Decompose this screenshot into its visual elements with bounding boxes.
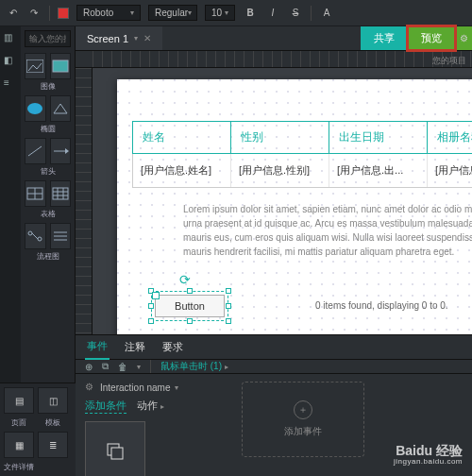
- rail-screens-icon[interactable]: ▥: [4, 32, 17, 45]
- interaction-name[interactable]: Interaction name: [100, 382, 171, 393]
- preview-settings-icon[interactable]: ⚙: [455, 26, 472, 50]
- templates-label: 模板: [38, 417, 68, 428]
- redo-icon[interactable]: ↷: [26, 6, 42, 21]
- list-label: [38, 462, 68, 472]
- svg-rect-22: [111, 448, 123, 459]
- tab-reqs[interactable]: 要求: [160, 335, 185, 359]
- lorem-text[interactable]: Lorem ipsum dolor sit amet, sapien etiam…: [183, 202, 472, 259]
- items-found-text: 0 items found, displaying 0 to 0.: [315, 300, 448, 311]
- shape-image[interactable]: [25, 53, 46, 79]
- bottom-tabs: 事件 注释 要求: [76, 335, 472, 360]
- share-button[interactable]: 共享: [361, 26, 408, 50]
- shape-label: 表格: [25, 209, 71, 219]
- search-input[interactable]: [25, 30, 71, 47]
- bold-button[interactable]: B: [243, 6, 258, 21]
- th-name[interactable]: 姓名: [133, 122, 231, 153]
- gear-icon[interactable]: ⚙: [85, 382, 96, 393]
- shape-ellipse[interactable]: [25, 95, 46, 122]
- divider: [311, 6, 312, 21]
- pages-label: 页面: [4, 417, 34, 428]
- add-event-dropzone[interactable]: ＋ 添加事件: [242, 382, 364, 457]
- font-size-value: 10: [211, 8, 222, 18]
- svg-point-15: [28, 231, 32, 235]
- strike-button[interactable]: S: [288, 6, 303, 21]
- th-album[interactable]: 相册名称: [428, 122, 472, 153]
- preview-button[interactable]: 预览: [408, 26, 455, 50]
- svg-line-4: [28, 146, 42, 156]
- stack-icon: [105, 441, 126, 462]
- shape-triangle[interactable]: [50, 95, 72, 122]
- table-header: 姓名 性别 出生日期 相册名称: [132, 121, 472, 154]
- action-card[interactable]: [85, 421, 145, 476]
- divider: [49, 6, 50, 21]
- pages-icon[interactable]: ▤: [4, 387, 34, 414]
- tab-notes[interactable]: 注释: [123, 335, 147, 359]
- more-icon[interactable]: ▾: [137, 363, 141, 371]
- td-birth[interactable]: [用户信息.出...: [329, 154, 428, 187]
- svg-rect-1: [53, 60, 68, 72]
- font-family-value: Roboto: [83, 8, 113, 18]
- svg-marker-6: [65, 148, 69, 154]
- shape-label: 流程图: [25, 251, 71, 262]
- ruler-vertical[interactable]: [76, 68, 93, 334]
- left-bottom-panel: ▤ ◫ 页面 模板 ▦ ≣ 文件详情: [0, 382, 76, 476]
- shape-grid[interactable]: [50, 180, 72, 207]
- font-size-select[interactable]: 10▾: [205, 5, 235, 21]
- canvas[interactable]: 姓名 性别 出生日期 相册名称 [用户信息.姓名] [用户信息.性别] [用户信…: [93, 68, 472, 334]
- td-album[interactable]: [用户信息: [428, 154, 472, 187]
- undo-icon[interactable]: ↶: [6, 6, 21, 21]
- trigger-label[interactable]: 鼠标单击时 (1) ▸: [160, 360, 228, 373]
- color-swatch[interactable]: [58, 8, 69, 19]
- top-toolbar: ↶ ↷ Roboto▾ Regular▾ 10▾ B I S A: [0, 0, 472, 26]
- th-birth[interactable]: 出生日期: [329, 122, 428, 153]
- tab-menu-icon[interactable]: ▾: [134, 34, 138, 42]
- bottom-panel: 事件 注释 要求 ⊕ ⧉ 🗑 ▾ 鼠标单击时 (1) ▸ ⚙ Interacti…: [76, 334, 472, 476]
- left-sidebar: ▥ ◧ ≡ 图像 椭圆: [0, 26, 76, 476]
- refresh-icon[interactable]: ⟳: [179, 272, 191, 287]
- font-weight-select[interactable]: Regular▾: [148, 5, 197, 21]
- shape-flow[interactable]: [25, 223, 46, 249]
- tab-label: Screen 1: [87, 33, 128, 44]
- add-condition-link[interactable]: 添加条件: [85, 399, 126, 414]
- artboard[interactable]: 姓名 性别 出生日期 相册名称 [用户信息.姓名] [用户信息.性别] [用户信…: [117, 79, 472, 334]
- copy-icon[interactable]: ⧉: [102, 361, 109, 372]
- align-button[interactable]: A: [319, 6, 334, 21]
- screen-tabbar: Screen 1 ▾ ✕ 共享 预览 ⚙: [76, 26, 472, 51]
- italic-button[interactable]: I: [265, 6, 280, 21]
- plus-circle-icon: ＋: [294, 400, 312, 419]
- delete-icon[interactable]: 🗑: [118, 362, 127, 372]
- history-tools: ↶ ↷: [6, 6, 42, 21]
- svg-point-16: [38, 237, 42, 241]
- td-name[interactable]: [用户信息.姓名]: [133, 154, 231, 187]
- shape-arrow[interactable]: [50, 138, 72, 164]
- font-weight-value: Regular: [155, 8, 188, 18]
- interaction-block: ⚙ Interaction name ▾ 添加条件 动作 ▸: [85, 382, 227, 476]
- svg-point-2: [27, 103, 42, 114]
- add-interaction-icon[interactable]: ⊕: [85, 362, 93, 372]
- filedetails-icon[interactable]: ▦: [4, 432, 34, 458]
- tab-events[interactable]: 事件: [85, 334, 110, 360]
- tab-close-icon[interactable]: ✕: [143, 33, 151, 43]
- action-label: 动作 ▸: [137, 400, 164, 411]
- ruler-horizontal[interactable]: [76, 51, 472, 68]
- selection-box[interactable]: [151, 291, 228, 321]
- chevron-down-icon[interactable]: ▾: [175, 383, 178, 392]
- shape-table[interactable]: [25, 180, 46, 207]
- shape-rect[interactable]: [50, 53, 72, 79]
- tab-screen-1[interactable]: Screen 1 ▾ ✕: [76, 26, 162, 50]
- list-icon[interactable]: ≣: [38, 432, 68, 458]
- shape-list[interactable]: [50, 223, 72, 249]
- data-table[interactable]: 姓名 性别 出生日期 相册名称 [用户信息.姓名] [用户信息.性别] [用户信…: [132, 121, 472, 188]
- templates-icon[interactable]: ◫: [38, 387, 68, 414]
- filedetails-label: 文件详情: [4, 462, 34, 472]
- rail-assets-icon[interactable]: ≡: [4, 77, 17, 91]
- shape-line[interactable]: [25, 138, 46, 164]
- rail-widgets-icon[interactable]: ◧: [4, 55, 17, 68]
- bottom-tools: ⊕ ⧉ 🗑 ▾ 鼠标单击时 (1) ▸: [76, 360, 472, 374]
- td-gender[interactable]: [用户信息.性别]: [231, 154, 329, 187]
- svg-marker-3: [54, 104, 67, 113]
- table-row: [用户信息.姓名] [用户信息.性别] [用户信息.出... [用户信息: [132, 154, 472, 188]
- shape-label: 图像: [25, 81, 71, 92]
- th-gender[interactable]: 性别: [231, 122, 329, 153]
- font-family-select[interactable]: Roboto▾: [76, 5, 141, 21]
